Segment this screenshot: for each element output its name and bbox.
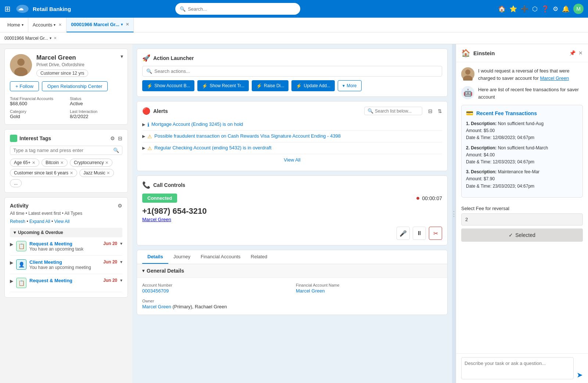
call-caller-name[interactable]: Marcel Green [142, 217, 442, 222]
subtitle-tab[interactable]: 00001966 Marcel Gr... ▾ ✕ [4, 36, 57, 41]
relationship-center-button[interactable]: Open Relationship Center [42, 81, 108, 91]
activity-item-1: ▶ 👤 Client Meeting You have an upcoming … [10, 256, 122, 274]
tab-home-dropdown[interactable]: ▾ [22, 23, 24, 27]
refresh-link[interactable]: Refresh [10, 219, 25, 224]
splitter[interactable]: ⋮ [452, 44, 456, 383]
interest-tags-filter-icon[interactable]: ⊟ [118, 135, 122, 141]
profile-dropdown-icon[interactable]: ▾ [121, 53, 123, 59]
tab-marcel-dropdown[interactable]: ▾ [121, 22, 123, 26]
select-fee-input[interactable] [461, 213, 583, 226]
tags-search-icon: 🔍 [113, 148, 119, 153]
selected-button[interactable]: ✓ Selected [461, 228, 583, 242]
activity-item-0-expand[interactable]: ▶ [10, 242, 13, 247]
global-search[interactable]: 🔍 [175, 3, 300, 15]
activity-item-2-expand[interactable]: ▶ [10, 279, 13, 284]
action-launcher-title: Action Launcher [153, 55, 194, 61]
tab-financial-accounts[interactable]: Financial Accounts [196, 250, 245, 264]
alert-2-link[interactable]: Regular Checking Account (ending 5432) i… [154, 145, 272, 150]
interest-tags-settings-icon[interactable]: ⚙ [110, 135, 115, 141]
send-button[interactable]: ➤ [577, 370, 583, 379]
tag-age65: Age 65+ ✕ [10, 159, 39, 167]
tag-more[interactable]: ... [10, 179, 22, 187]
mute-button[interactable]: 🎤 [397, 227, 410, 240]
activity-item-0-title[interactable]: Request & Meeting [29, 241, 100, 247]
expand-all-link[interactable]: Expand All [29, 219, 50, 224]
alerts-search-input[interactable] [375, 109, 419, 114]
subtitle-dropdown-icon[interactable]: ▾ [50, 36, 51, 40]
field-status: Status Active [70, 96, 122, 106]
settings-icon[interactable]: ⚙ [553, 5, 558, 13]
einstein-close-icon[interactable]: ✕ [578, 50, 583, 56]
einstein-input[interactable] [461, 357, 574, 379]
cloud-icon[interactable]: ⬡ [532, 5, 538, 13]
pin-icon[interactable]: 📌 [569, 50, 576, 56]
show-account-btn[interactable]: ⚡ Show Account B... [142, 80, 194, 91]
tab-accounts-close[interactable]: ✕ [58, 22, 62, 27]
call-controls-title: Call Controls [153, 182, 185, 188]
user-avatar-icon[interactable]: M [573, 4, 584, 14]
tags-input[interactable] [13, 148, 113, 153]
marcel-green-link[interactable]: Marcel Green [540, 75, 569, 81]
tag-cryptocurrency-remove[interactable]: ✕ [105, 160, 108, 165]
help-icon[interactable]: ❓ [541, 5, 549, 13]
tab-details[interactable]: Details [142, 250, 168, 264]
activity-item-1-dropdown[interactable]: ▾ [120, 259, 122, 265]
alert-2-expand[interactable]: ▶ [142, 146, 145, 150]
field-status-value: Active [70, 101, 122, 106]
alert-1-expand[interactable]: ▶ [142, 134, 145, 139]
waffle-icon[interactable]: ⊞ [4, 4, 11, 13]
tab-journey[interactable]: Journey [168, 250, 196, 264]
alert-1-link[interactable]: Possible fraudulent transaction on Cash … [154, 133, 341, 139]
add-icon[interactable]: ➕ [521, 5, 528, 13]
alerts-sort-icon[interactable]: ⇅ [438, 108, 442, 114]
alerts-filter-icon[interactable]: ⊟ [428, 108, 433, 114]
tab-marcel[interactable]: 00001966 Marcel Gr... ▾ ✕ [67, 18, 134, 32]
action-search-icon: 🔍 [146, 68, 152, 74]
action-search-input[interactable] [154, 68, 438, 74]
activity-item-2-title[interactable]: Request & Meeting [29, 278, 100, 283]
general-details-header[interactable]: ▾ General Details [137, 264, 447, 278]
tab-related[interactable]: Related [245, 250, 272, 264]
view-all-link[interactable]: View All [54, 219, 70, 224]
lightning-icon-3: ⚡ [296, 83, 302, 89]
activity-items: ▶ 📋 Request & Meeting You have an upcomi… [10, 237, 122, 292]
search-input[interactable] [188, 6, 296, 12]
end-call-button[interactable]: ✂ [429, 227, 442, 240]
financial-account-name-link[interactable]: Marcel Green [296, 288, 325, 294]
raise-dispute-btn[interactable]: ⚡ Raise Di... [252, 80, 288, 91]
follow-button[interactable]: + Follow [10, 81, 39, 91]
tab-accounts[interactable]: Accounts ▾ ✕ [28, 18, 67, 32]
action-launcher-icon: 🚀 [142, 54, 150, 62]
hold-button[interactable]: ⏸ [413, 227, 426, 240]
notifications-icon[interactable]: 🔔 [562, 5, 570, 13]
tab-marcel-close[interactable]: ✕ [126, 22, 129, 27]
update-address-btn[interactable]: ⚡ Update Add... [291, 80, 335, 91]
app-name: Retail Banking [33, 6, 71, 12]
activity-item-2-dropdown[interactable]: ▾ [120, 278, 122, 283]
alert-0-link[interactable]: Mortgage Account (Ending 3245) is on hol… [151, 121, 243, 127]
activity-item-1-title[interactable]: Client Meeting [29, 259, 100, 265]
home-icon[interactable]: 🏠 [498, 5, 506, 13]
tag-age65-remove[interactable]: ✕ [32, 160, 35, 165]
account-number-link[interactable]: 0003456709 [142, 288, 169, 294]
select-fee-label: Select Fee for reversal [461, 206, 583, 211]
favorites-icon[interactable]: ⭐ [509, 5, 517, 13]
tag-customer-since-remove[interactable]: ✕ [70, 171, 73, 175]
alert-0-expand[interactable]: ▶ [142, 122, 145, 127]
alerts-search-wrap[interactable]: 🔍 [364, 107, 422, 115]
activity-item-1-expand[interactable]: ▶ [10, 260, 13, 265]
owner-link[interactable]: Marcel Green [142, 304, 172, 309]
view-all-link[interactable]: View All [284, 157, 300, 163]
tab-home[interactable]: Home ▾ [3, 18, 28, 32]
more-btn[interactable]: ▾ More [338, 80, 361, 91]
subtitle-close-icon[interactable]: ✕ [54, 36, 57, 40]
upcoming-overdue-header[interactable]: ▾ Upcoming & Overdue [10, 228, 122, 237]
activity-settings-icon[interactable]: ⚙ [118, 203, 122, 209]
tab-accounts-dropdown[interactable]: ▾ [54, 23, 55, 27]
tag-bitcoin-remove[interactable]: ✕ [60, 160, 64, 165]
fee-item-1: 2. Description: Non sufficient fund-Marc… [466, 145, 578, 166]
tag-jazz-music-remove[interactable]: ✕ [107, 171, 110, 175]
activity-item-2-date: Jun 20 [103, 278, 117, 283]
activity-item-0-dropdown[interactable]: ▾ [120, 241, 122, 246]
show-recent-btn[interactable]: ⚡ Show Recent Tr... [197, 80, 249, 91]
